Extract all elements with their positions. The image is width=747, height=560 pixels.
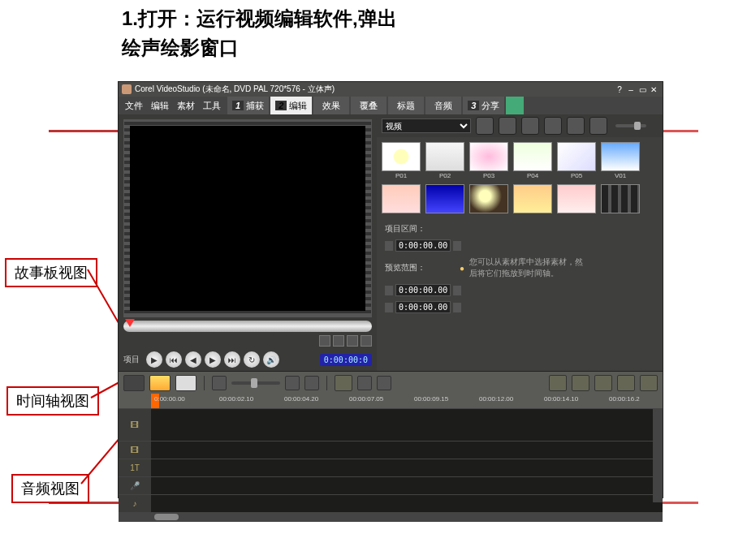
library-thumb[interactable] xyxy=(513,184,552,213)
preview-mini-buttons xyxy=(123,335,372,347)
library-zoom-slider[interactable] xyxy=(615,124,646,127)
overlay-track[interactable]: 🎞 xyxy=(119,441,663,459)
timeline-view-button[interactable] xyxy=(149,375,171,391)
go-start-button[interactable]: ⏮ xyxy=(166,351,182,368)
menu-edit[interactable]: 编辑 xyxy=(151,100,169,112)
video-track[interactable]: 🎞 xyxy=(119,408,663,441)
vertical-scrollbar[interactable] xyxy=(653,408,663,502)
library-thumb[interactable]: P05 xyxy=(557,142,596,179)
tab-title[interactable]: 标题 xyxy=(388,97,424,114)
voice-track[interactable]: 🎤 xyxy=(119,476,663,494)
library-thumb[interactable] xyxy=(382,184,421,213)
mark-out-value[interactable]: 0:00:00.00 xyxy=(395,301,451,313)
thumb-image xyxy=(425,142,464,171)
smart-proxy-button[interactable] xyxy=(549,375,567,391)
titlebar[interactable]: Corel VideoStudio (未命名, DVD PAL 720*576 … xyxy=(119,82,663,97)
library-thumb[interactable] xyxy=(601,184,640,213)
tab-effect[interactable]: 效果 xyxy=(313,97,349,114)
duration-spinner[interactable]: 0:00:00.00 xyxy=(385,239,461,252)
thumb-image xyxy=(557,142,596,171)
undo-button[interactable] xyxy=(357,376,372,390)
overlay-track-head[interactable]: 🎞 xyxy=(119,442,151,459)
next-frame-button[interactable]: ▶ xyxy=(205,351,221,368)
spinner-up-icon[interactable] xyxy=(453,241,461,251)
sort-button[interactable] xyxy=(499,117,516,135)
mark-in-value[interactable]: 0:00:00.00 xyxy=(395,284,451,296)
duration-icon xyxy=(385,241,393,251)
open-folder-button[interactable] xyxy=(476,117,494,135)
library-category-select[interactable]: 视频 xyxy=(382,118,471,133)
step-capture[interactable]: 1 捕获 xyxy=(227,97,269,114)
minimize-button[interactable]: – xyxy=(625,85,637,94)
menu-file[interactable]: 文件 xyxy=(125,100,143,112)
library-thumb[interactable] xyxy=(557,184,596,213)
mark-in-button[interactable] xyxy=(319,335,330,347)
multi-trim-button[interactable] xyxy=(640,375,658,391)
video-track-head[interactable]: 🎞 xyxy=(119,409,151,441)
repeat-button[interactable]: ↻ xyxy=(244,351,260,368)
volume-button[interactable]: 🔊 xyxy=(263,351,279,368)
insert-media-button[interactable] xyxy=(335,375,352,391)
zoom-out-button[interactable] xyxy=(212,376,227,390)
split-button[interactable] xyxy=(347,335,358,347)
tab-overlay[interactable]: 覆叠 xyxy=(351,97,386,114)
help-button[interactable]: ? xyxy=(614,85,625,94)
preview-mode-label[interactable]: 项目 xyxy=(123,354,140,365)
separator xyxy=(204,376,205,390)
library-thumb[interactable] xyxy=(425,184,464,213)
preview-monitor[interactable] xyxy=(123,119,372,317)
horizontal-scrollbar[interactable] xyxy=(119,512,663,522)
spinner-up-icon[interactable] xyxy=(453,286,461,295)
menu-tool[interactable]: 工具 xyxy=(203,100,221,112)
mark-in-spinner[interactable]: 0:00:00.00 xyxy=(385,284,461,296)
library-thumb[interactable]: P01 xyxy=(382,142,421,179)
go-end-button[interactable]: ⏭ xyxy=(224,351,240,368)
audio-view-button[interactable] xyxy=(175,375,196,391)
close-button[interactable]: ✕ xyxy=(648,85,659,94)
scrollbar-thumb[interactable] xyxy=(154,514,179,520)
spinner-up-icon[interactable] xyxy=(453,303,461,312)
manage-button[interactable] xyxy=(521,117,539,135)
annot-storyboard: 故事板视图 xyxy=(5,258,97,287)
duration-value[interactable]: 0:00:00.00 xyxy=(395,239,451,252)
mark-out-spinner[interactable]: 0:00:00.00 xyxy=(385,301,461,313)
music-track-head[interactable]: ♪ xyxy=(119,495,151,512)
title-track-head[interactable]: 1T xyxy=(119,459,151,476)
library-opt3-button[interactable] xyxy=(589,117,607,135)
timeline-ruler[interactable]: 0:00:00.00 00:00:02.10 00:00:04.20 00:00… xyxy=(119,394,663,408)
enlarge-button[interactable] xyxy=(361,335,372,347)
play-button[interactable]: ▶ xyxy=(146,351,162,368)
library-thumb[interactable]: P03 xyxy=(469,142,508,179)
library-thumb[interactable]: P02 xyxy=(425,142,464,179)
bulb-icon: ● xyxy=(460,264,464,273)
dv-quickscan-button[interactable] xyxy=(617,375,635,391)
mark-out-button[interactable] xyxy=(333,335,344,347)
storyboard-view-button[interactable] xyxy=(123,375,145,391)
preview-timecode[interactable]: 0:00:00:0 xyxy=(320,354,372,366)
library-opt1-button[interactable] xyxy=(544,117,562,135)
title-track[interactable]: 1T xyxy=(119,459,663,476)
library-thumb[interactable]: P04 xyxy=(513,142,552,179)
maximize-button[interactable]: ▭ xyxy=(637,85,648,94)
seek-bar[interactable] xyxy=(123,321,372,332)
zoom-in-button[interactable] xyxy=(285,376,300,390)
voice-track-head[interactable]: 🎤 xyxy=(119,477,151,494)
library-opt2-button[interactable] xyxy=(567,117,585,135)
redo-button[interactable] xyxy=(377,376,391,390)
step-edit[interactable]: 2 编辑 xyxy=(270,97,312,114)
svg-marker-3 xyxy=(125,319,135,327)
batch-convert-button[interactable] xyxy=(572,375,589,391)
fit-window-button[interactable] xyxy=(304,376,319,390)
reel-icon[interactable] xyxy=(506,97,524,114)
library-thumb[interactable] xyxy=(469,184,508,213)
prev-frame-button[interactable]: ◀ xyxy=(185,351,201,368)
library-thumb[interactable]: V01 xyxy=(601,142,640,179)
ruler-tick: 00:00:07.05 xyxy=(349,395,383,403)
seek-marker-icon[interactable] xyxy=(125,319,135,329)
menu-clip[interactable]: 素材 xyxy=(177,100,195,112)
tab-audio[interactable]: 音频 xyxy=(425,97,461,114)
step-share[interactable]: 3 分享 xyxy=(463,97,504,114)
music-track[interactable]: ♪ xyxy=(119,494,663,512)
painting-creator-button[interactable] xyxy=(594,375,612,391)
zoom-slider[interactable] xyxy=(231,381,280,385)
